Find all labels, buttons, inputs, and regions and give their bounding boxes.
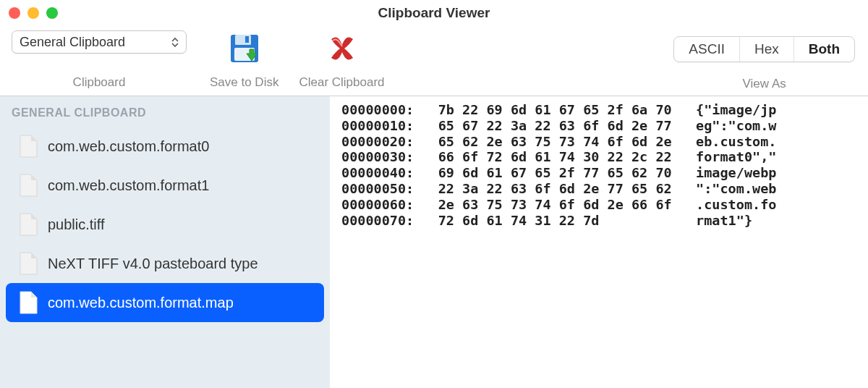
view-as-group: ASCIIHexBoth View As: [673, 36, 855, 91]
view-as-segmented: ASCIIHexBoth: [673, 36, 855, 62]
file-icon: [19, 252, 38, 275]
view-as-label: View As: [743, 77, 786, 91]
hex-content: 00000000: 7b 22 69 6d 61 67 65 2f 6a 70 …: [341, 102, 856, 229]
view-as-hex[interactable]: Hex: [740, 37, 794, 62]
maximize-button[interactable]: [46, 7, 58, 19]
svg-rect-2: [245, 36, 249, 43]
window: Clipboard Viewer General Clipboard Clipb…: [0, 0, 868, 388]
sidebar-item-label: com.web.custom.format0: [48, 138, 209, 155]
toolbar: General Clipboard Clipboard Save to Disk: [0, 26, 868, 96]
save-label: Save to Disk: [210, 75, 278, 90]
sidebar-item-label: com.web.custom.format.map: [48, 295, 234, 311]
traffic-lights: [9, 7, 58, 19]
x-icon: [326, 32, 359, 65]
floppy-save-icon: [228, 32, 261, 65]
clear-label: Clear Clipboard: [299, 75, 384, 90]
clear-clipboard-item: Clear Clipboard: [299, 30, 384, 90]
sidebar-item[interactable]: com.web.custom.format1: [6, 166, 324, 205]
file-icon: [19, 291, 38, 314]
clipboard-selector-value: General Clipboard: [20, 35, 125, 50]
view-as-both[interactable]: Both: [794, 37, 854, 62]
sidebar-item[interactable]: public.tiff: [6, 205, 324, 244]
save-to-disk-item: Save to Disk: [210, 30, 278, 90]
clipboard-selector[interactable]: General Clipboard: [12, 30, 187, 54]
sidebar-item[interactable]: com.web.custom.format.map: [6, 283, 324, 322]
window-title: Clipboard Viewer: [0, 5, 868, 21]
updown-icon: [171, 36, 179, 48]
sidebar: GENERAL CLIPBOARD com.web.custom.format0…: [0, 96, 330, 388]
sidebar-item[interactable]: NeXT TIFF v4.0 pasteboard type: [6, 244, 324, 283]
sidebar-item-label: NeXT TIFF v4.0 pasteboard type: [48, 256, 258, 272]
save-button[interactable]: [223, 30, 266, 67]
close-button[interactable]: [9, 7, 20, 19]
view-as-ascii[interactable]: ASCII: [674, 37, 740, 62]
sidebar-item-label: com.web.custom.format1: [48, 177, 209, 194]
hex-view[interactable]: 00000000: 7b 22 69 6d 61 67 65 2f 6a 70 …: [330, 96, 868, 388]
file-icon: [19, 174, 38, 197]
clipboard-label: Clipboard: [73, 75, 126, 90]
sidebar-item-label: public.tiff: [48, 216, 105, 233]
titlebar: Clipboard Viewer: [0, 0, 868, 26]
file-icon: [19, 135, 38, 158]
clipboard-selector-group: General Clipboard Clipboard: [9, 30, 190, 90]
content: GENERAL CLIPBOARD com.web.custom.format0…: [0, 96, 868, 388]
sidebar-header: GENERAL CLIPBOARD: [0, 102, 330, 127]
sidebar-item[interactable]: com.web.custom.format0: [6, 127, 324, 166]
clear-button[interactable]: [320, 30, 364, 67]
minimize-button[interactable]: [27, 7, 39, 19]
file-icon: [19, 213, 38, 236]
